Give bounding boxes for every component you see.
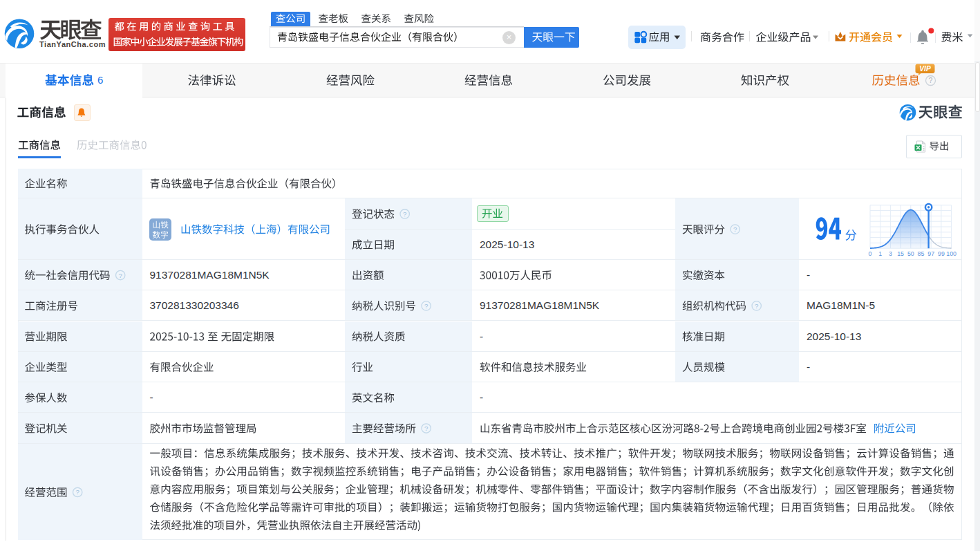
svg-text:?: ? [929,77,933,84]
svg-text:100: 100 [946,250,957,257]
svg-text:?: ? [733,225,737,233]
svg-text:85: 85 [918,250,925,257]
svg-text:97: 97 [927,250,934,257]
svg-text:?: ? [118,272,122,279]
svg-text:VIP: VIP [919,65,931,73]
svg-text:1: 1 [878,250,882,257]
svg-text:?: ? [424,302,428,310]
svg-text:3: 3 [889,250,892,257]
svg-text:?: ? [755,302,759,310]
svg-text:?: ? [75,488,79,496]
svg-text:15: 15 [897,250,904,257]
svg-text:?: ? [424,424,428,432]
svg-text:50: 50 [907,250,914,257]
svg-text:99: 99 [938,250,945,257]
svg-text:0: 0 [869,250,872,257]
svg-text:?: ? [403,210,407,218]
